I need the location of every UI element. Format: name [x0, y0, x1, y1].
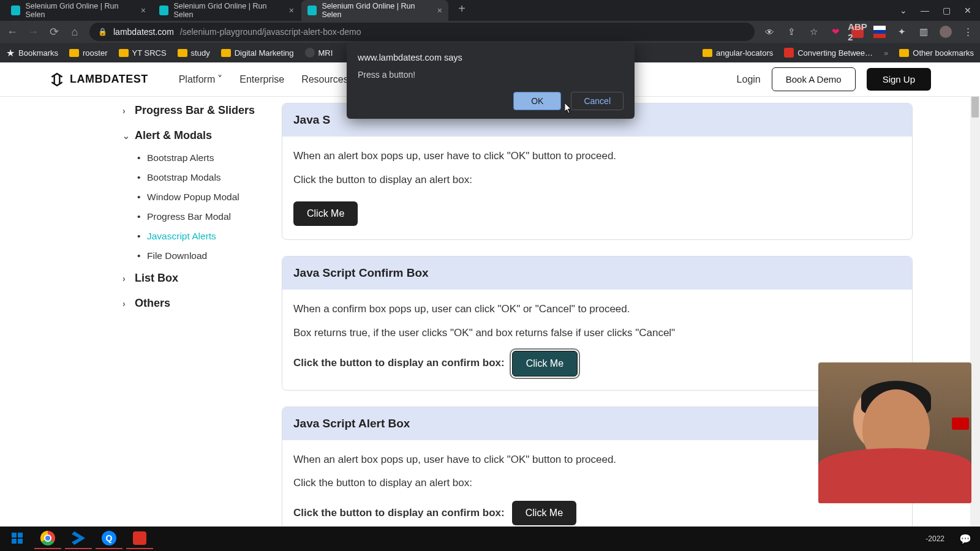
- card-prompt: Click the button to display an confirm b…: [293, 354, 505, 372]
- home-icon[interactable]: ⌂: [69, 26, 81, 39]
- dialog-message: Press a button!: [358, 70, 624, 80]
- folder-icon: [221, 49, 231, 57]
- abp-extension-icon[interactable]: ABP2: [851, 26, 864, 38]
- notification-icon[interactable]: 💬: [954, 533, 976, 545]
- book-demo-button[interactable]: Book A Demo: [772, 67, 856, 91]
- reload-icon[interactable]: ⟳: [48, 25, 60, 39]
- taskbar-app-vscode[interactable]: [65, 528, 92, 549]
- nav-resources[interactable]: Resources: [301, 73, 348, 85]
- tab-title: Selenium Grid Online | Run Selen: [25, 2, 135, 19]
- bookmark-folder[interactable]: Digital Marketing: [221, 48, 294, 58]
- windows-logo-icon: [12, 533, 23, 544]
- taskbar-app-chrome[interactable]: [34, 528, 61, 549]
- url-field[interactable]: 🔒 lambdatest.com/selenium-playground/jav…: [89, 23, 755, 41]
- vertical-scrollbar[interactable]: [970, 62, 980, 527]
- chevron-right-icon: ›: [123, 274, 131, 283]
- url-host: lambdatest.com: [113, 27, 174, 37]
- favicon-icon: [307, 6, 317, 15]
- avatar-icon[interactable]: [940, 26, 952, 38]
- nav-enterprise[interactable]: Enterprise: [239, 73, 284, 85]
- extension-icon[interactable]: ❤: [829, 26, 842, 38]
- taskbar-app-camtasia[interactable]: [126, 528, 153, 549]
- minimize-icon[interactable]: —: [921, 6, 929, 15]
- bookmark-folder[interactable]: angular-locators: [703, 48, 773, 58]
- bookmark-folder[interactable]: study: [178, 48, 210, 58]
- sidebar-group-others[interactable]: ›Others: [123, 291, 263, 316]
- sidebar-item[interactable]: Progress Bar Modal: [137, 207, 263, 227]
- login-link[interactable]: Login: [737, 74, 761, 85]
- lock-icon: 🔒: [98, 28, 107, 36]
- dialog-ok-button[interactable]: OK: [513, 92, 561, 110]
- sidebar-group-progress[interactable]: ›Progress Bar & Sliders: [123, 98, 263, 123]
- browser-tab[interactable]: Selenium Grid Online | Run Selen ×: [153, 0, 300, 21]
- nav-platform[interactable]: Platform ˅: [179, 73, 223, 85]
- card-text: When an alert box pops up, user have to …: [293, 451, 901, 469]
- bookmarks-button[interactable]: ★Bookmarks: [6, 47, 58, 59]
- close-icon[interactable]: ×: [437, 6, 442, 15]
- card-text: When a confirm box pops up, user can cli…: [293, 301, 901, 318]
- close-icon[interactable]: ×: [141, 6, 146, 15]
- bookmark-folder[interactable]: rooster: [69, 48, 107, 58]
- start-button[interactable]: [4, 528, 31, 549]
- chevron-down-icon: ˅: [217, 73, 222, 85]
- bookmark-folder[interactable]: YT SRCS: [119, 48, 167, 58]
- window-list-icon[interactable]: ⌄: [900, 6, 907, 15]
- click-me-button[interactable]: Click Me: [293, 201, 358, 226]
- bookmark-link[interactable]: Converting Betwee…: [784, 48, 873, 58]
- browser-tab[interactable]: Selenium Grid Online | Run Selen ×: [5, 0, 152, 21]
- dialog-cancel-button[interactable]: Cancel: [571, 92, 624, 110]
- sidebar-item-active[interactable]: Javascript Alerts: [137, 227, 263, 246]
- maximize-icon[interactable]: ▢: [943, 6, 951, 15]
- main-nav: Platform ˅ Enterprise Resources: [179, 73, 349, 85]
- signup-button[interactable]: Sign Up: [867, 68, 931, 91]
- star-icon[interactable]: ☆: [807, 26, 820, 38]
- card-js-alert-1: Java S When an alert box pops up, user h…: [282, 103, 913, 240]
- taskbar-datetime[interactable]: -2022: [925, 534, 951, 543]
- sidebar-item[interactable]: Bootstrap Alerts: [137, 148, 263, 168]
- share-icon[interactable]: ⇪: [785, 26, 797, 38]
- close-window-icon[interactable]: ✕: [964, 6, 971, 15]
- browser-tab-active[interactable]: Selenium Grid Online | Run Selen ×: [301, 0, 448, 21]
- sidebar-alert-list: Bootstrap Alerts Bootstrap Modals Window…: [123, 148, 263, 266]
- click-me-button[interactable]: Click Me: [512, 351, 578, 377]
- card-text: Click the button to display an alert box…: [293, 474, 901, 492]
- card-body: When an alert box pops up, user have to …: [282, 440, 912, 527]
- click-me-button[interactable]: Click Me: [512, 501, 576, 525]
- logo[interactable]: LAMBDATEST: [49, 72, 148, 88]
- bookmark-link[interactable]: MRI: [305, 48, 333, 58]
- card-body: When an alert box pops up, user have to …: [282, 137, 912, 239]
- sidepanel-icon[interactable]: ▥: [918, 26, 930, 38]
- sidebar-item[interactable]: Window Popup Modal: [137, 187, 263, 207]
- chevron-down-icon: ⌄: [123, 131, 131, 141]
- card-header: Java Script Alert Box: [282, 407, 912, 440]
- window-controls: ⌄ — ▢ ✕: [900, 6, 980, 15]
- sidebar-item[interactable]: File Download: [137, 246, 263, 266]
- close-icon[interactable]: ×: [289, 6, 294, 15]
- chrome-icon: [40, 531, 55, 545]
- logo-icon: [49, 72, 65, 88]
- sidebar-group-alert[interactable]: ⌄Alert & Modals: [123, 123, 263, 148]
- extensions-puzzle-icon[interactable]: ✦: [895, 26, 908, 38]
- chrome-menu-icon[interactable]: ⋮: [962, 26, 974, 38]
- site-icon: [784, 48, 794, 58]
- header-actions: Login Book A Demo Sign Up: [737, 67, 931, 91]
- webcam-overlay: [818, 362, 971, 503]
- sidebar-group-listbox[interactable]: ›List Box: [123, 266, 263, 291]
- card-text: Box returns true, if the user clicks "OK…: [293, 324, 901, 342]
- vscode-icon: [72, 531, 85, 545]
- sidebar-item[interactable]: Bootstrap Modals: [137, 168, 263, 187]
- url-path: /selenium-playground/javascript-alert-bo…: [180, 27, 361, 37]
- incognito-eye-icon[interactable]: 👁: [763, 26, 775, 38]
- forward-icon[interactable]: →: [27, 26, 39, 39]
- camtasia-icon: [133, 531, 146, 545]
- back-icon[interactable]: ←: [6, 26, 18, 39]
- card-prompt: Click the button to display an confirm b…: [293, 504, 505, 522]
- other-bookmarks[interactable]: Other bookmarks: [899, 48, 974, 58]
- bookmarks-overflow-icon[interactable]: »: [884, 48, 888, 58]
- flag-extension-icon[interactable]: [873, 26, 886, 38]
- taskbar-app-q[interactable]: Q: [96, 528, 123, 549]
- subscribe-badge-icon: [952, 418, 969, 430]
- favicon-icon: [11, 6, 20, 15]
- new-tab-button[interactable]: +: [453, 0, 470, 17]
- folder-icon: [899, 49, 909, 57]
